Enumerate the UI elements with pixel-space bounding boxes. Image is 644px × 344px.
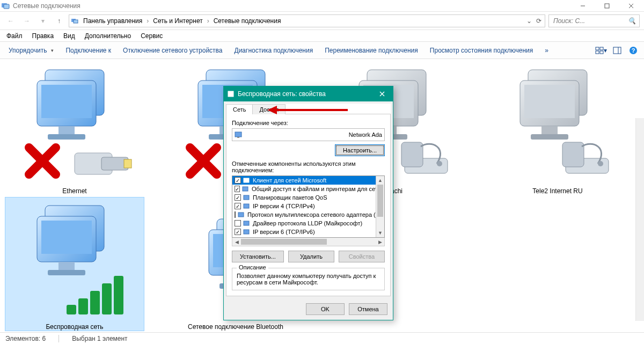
connection-thumb <box>16 197 134 321</box>
connection-label: Беспроводная сеть <box>5 323 144 331</box>
forward-button[interactable]: → <box>20 14 33 27</box>
svg-rect-46 <box>524 85 575 118</box>
search-input[interactable] <box>552 17 625 25</box>
component-label: Протокол мультиплексора сетевого адаптер… <box>247 211 376 218</box>
disable-device-button[interactable]: Отключение сетевого устройства <box>118 45 228 56</box>
component-item[interactable]: ✓IP версии 4 (TCP/IPv4) <box>232 202 376 210</box>
toolbar-overflow[interactable]: » <box>539 45 554 56</box>
scroll-down-arrow[interactable]: ▼ <box>376 229 384 237</box>
component-icon <box>243 220 251 226</box>
dialog-tabs: Сеть Доступ <box>226 104 391 114</box>
breadcrumb-item[interactable]: Сетевые подключения <box>211 15 283 27</box>
svg-rect-59 <box>90 291 100 314</box>
component-label: IP версии 4 (TCP/IPv4) <box>253 203 315 209</box>
svg-rect-11 <box>600 51 603 54</box>
checkbox[interactable]: ✓ <box>235 203 241 209</box>
list-vertical-scrollbar[interactable]: ▲ ▼ <box>376 176 384 237</box>
connection-label: Ethernet <box>5 187 144 195</box>
recent-dropdown[interactable]: ▾ <box>36 14 49 27</box>
status-bar: Элементов: 6 Выбран 1 элемент <box>0 332 644 344</box>
scroll-thumb[interactable] <box>241 239 327 245</box>
component-item[interactable]: Драйвер протокола LLDP (Майкрософт) <box>232 219 376 228</box>
dialog-close-button[interactable] <box>375 88 390 100</box>
scroll-thumb[interactable] <box>377 185 383 217</box>
toolbar: Упорядочить Подключение к Отключение сет… <box>0 42 644 59</box>
window-title: Сетевые подключения <box>13 2 80 10</box>
connection-thumb <box>499 62 617 185</box>
scroll-left-arrow[interactable]: ◀ <box>232 238 241 246</box>
rename-button[interactable]: Переименование подключения <box>319 45 423 56</box>
help-button[interactable]: ? <box>626 44 641 57</box>
maximize-button[interactable] <box>595 0 619 12</box>
install-button[interactable]: Установить... <box>232 251 284 262</box>
breadcrumb-item[interactable]: Панель управления <box>81 15 144 27</box>
menu-advanced[interactable]: Дополнительно <box>80 31 135 41</box>
component-icon <box>242 186 250 192</box>
component-label: Клиент для сетей Microsoft <box>253 177 326 184</box>
checkbox[interactable] <box>235 220 241 226</box>
scroll-up-arrow[interactable]: ▲ <box>376 176 384 185</box>
checkbox[interactable]: ✓ <box>235 177 241 184</box>
connection-label: Tele2 Internet RU <box>488 187 627 195</box>
address-dropdown[interactable]: ⌄ <box>526 17 534 25</box>
close-button[interactable] <box>619 0 643 12</box>
vertical-scrollbar[interactable] <box>635 118 644 321</box>
component-item[interactable]: ✓Общий доступ к файлам и принтерам для с… <box>232 185 376 193</box>
svg-rect-58 <box>78 298 88 314</box>
component-item[interactable]: ✓Клиент для сетей Microsoft <box>232 176 376 185</box>
svg-rect-61 <box>114 276 123 314</box>
up-button[interactable]: ↑ <box>53 14 65 27</box>
list-horizontal-scrollbar[interactable]: ◀ ▶ <box>232 238 385 246</box>
preview-pane-button[interactable] <box>610 44 625 57</box>
component-item[interactable]: ✓IP версии 6 (TCP/IPv6) <box>232 228 376 236</box>
address-icon <box>70 17 79 25</box>
checkbox[interactable]: ✓ <box>235 229 241 235</box>
view-layout-button[interactable]: ▾ <box>594 44 609 57</box>
checkbox[interactable] <box>235 211 236 218</box>
properties-button[interactable]: Свойства <box>339 251 385 262</box>
checkbox[interactable]: ✓ <box>235 186 240 192</box>
component-item[interactable]: Протокол мультиплексора сетевого адаптер… <box>232 210 376 219</box>
connection-item-tele2[interactable]: Tele2 Internet RU <box>488 62 627 195</box>
svg-rect-42 <box>401 142 423 167</box>
menu-tools[interactable]: Сервис <box>136 31 167 41</box>
diagnose-button[interactable]: Диагностика подключения <box>229 45 319 56</box>
menu-view[interactable]: Вид <box>59 31 79 41</box>
minimize-button[interactable] <box>570 0 595 12</box>
refresh-button[interactable]: ⟳ <box>536 17 544 25</box>
tab-network[interactable]: Сеть <box>226 104 253 114</box>
ok-button[interactable]: OK <box>306 303 345 315</box>
menu-file[interactable]: Файл <box>2 31 27 41</box>
tab-access[interactable]: Доступ <box>252 104 286 114</box>
address-bar[interactable]: Панель управления › Сеть и Интернет › Се… <box>69 14 545 27</box>
organize-menu[interactable]: Упорядочить <box>3 45 59 56</box>
connection-label: Сетевое подключение Bluetooth <box>166 323 305 331</box>
status-selection: Выбран 1 элемент <box>72 335 127 342</box>
description-legend: Описание <box>237 264 268 270</box>
svg-rect-12 <box>613 47 621 54</box>
menu-edit[interactable]: Правка <box>28 31 58 41</box>
chevron-right-icon: › <box>207 17 209 25</box>
description-text: Позволяет данному компьютеру получать до… <box>237 273 380 286</box>
component-label: Планировщик пакетов QoS <box>253 194 327 201</box>
dialog-titlebar[interactable]: Беспроводная сеть: свойства <box>224 86 393 101</box>
svg-rect-60 <box>102 283 112 314</box>
connection-item-wifi[interactable]: Беспроводная сеть <box>5 197 144 331</box>
checkbox[interactable]: ✓ <box>235 194 241 201</box>
svg-rect-20 <box>48 134 85 140</box>
component-item[interactable]: ✓Планировщик пакетов QoS <box>232 193 376 202</box>
back-button[interactable]: ← <box>4 14 17 27</box>
breadcrumb-item[interactable]: Сеть и Интернет <box>151 15 204 27</box>
uninstall-button[interactable]: Удалить <box>288 251 334 262</box>
scroll-right-arrow[interactable]: ▶ <box>376 238 384 246</box>
configure-button[interactable]: Настроить... <box>335 144 385 156</box>
connect-to-button[interactable]: Подключение к <box>60 45 116 56</box>
search-box[interactable]: 🔍 <box>548 14 640 27</box>
connection-item-ethernet-1[interactable]: Ethernet <box>5 62 144 195</box>
component-icon <box>243 229 251 235</box>
component-label: Общий доступ к файлам и принтерам для се… <box>252 186 376 192</box>
svg-rect-54 <box>41 221 92 254</box>
adapter-field: Network Ada <box>232 128 385 141</box>
view-status-button[interactable]: Просмотр состояния подключения <box>425 45 538 56</box>
cancel-button[interactable]: Отмена <box>349 303 387 315</box>
